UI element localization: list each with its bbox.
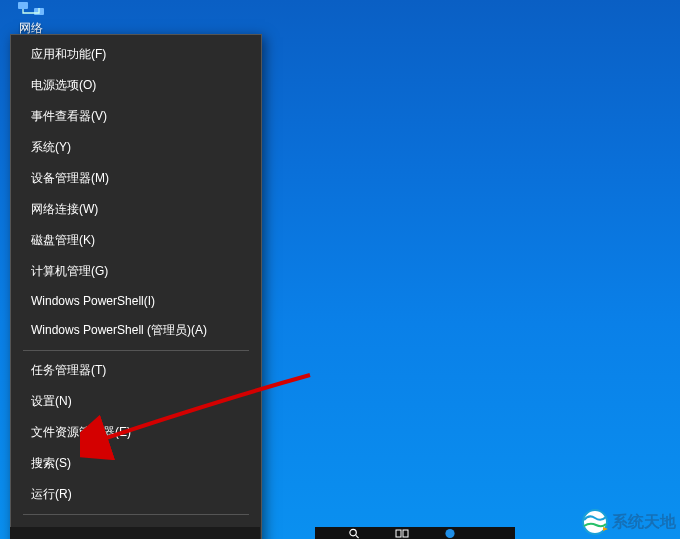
svg-line-4 — [356, 535, 359, 538]
menu-item-label: 事件查看器(V) — [31, 109, 107, 123]
taskbar-search-icon[interactable] — [345, 528, 363, 539]
menu-item-label: 搜索(S) — [31, 456, 71, 470]
menu-item-label: 设备管理器(M) — [31, 171, 109, 185]
menu-item-power-options[interactable]: 电源选项(O) — [11, 70, 261, 101]
menu-separator — [23, 350, 249, 351]
menu-item-label: 设置(N) — [31, 394, 72, 408]
menu-item-device-manager[interactable]: 设备管理器(M) — [11, 163, 261, 194]
menu-item-label: 计算机管理(G) — [31, 264, 108, 278]
menu-item-powershell[interactable]: Windows PowerShell(I) — [11, 287, 261, 315]
menu-item-run[interactable]: 运行(R) — [11, 479, 261, 510]
menu-item-label: 应用和功能(F) — [31, 47, 106, 61]
taskbar-edge-icon[interactable] — [441, 528, 459, 539]
menu-item-computer-management[interactable]: 计算机管理(G) — [11, 256, 261, 287]
globe-icon — [582, 509, 608, 535]
taskbar-overlapped-text — [10, 527, 260, 539]
menu-item-label: 网络连接(W) — [31, 202, 98, 216]
svg-rect-5 — [396, 530, 401, 537]
svg-point-7 — [445, 529, 454, 538]
menu-item-event-viewer[interactable]: 事件查看器(V) — [11, 101, 261, 132]
menu-item-label: 系统(Y) — [31, 140, 71, 154]
menu-item-label: 文件资源管理器(E) — [31, 425, 131, 439]
menu-item-disk-management[interactable]: 磁盘管理(K) — [11, 225, 261, 256]
svg-rect-6 — [403, 530, 408, 537]
menu-item-powershell-admin[interactable]: Windows PowerShell (管理员)(A) — [11, 315, 261, 346]
menu-item-label: Windows PowerShell(I) — [31, 294, 155, 308]
watermark-badge: 系统天地 — [582, 509, 676, 535]
menu-item-label: 磁盘管理(K) — [31, 233, 95, 247]
taskbar[interactable] — [315, 527, 515, 539]
svg-point-3 — [350, 529, 356, 535]
network-icon — [16, 0, 46, 18]
menu-item-label: 运行(R) — [31, 487, 72, 501]
menu-item-file-explorer[interactable]: 文件资源管理器(E) — [11, 417, 261, 448]
svg-rect-0 — [18, 2, 28, 9]
menu-item-system[interactable]: 系统(Y) — [11, 132, 261, 163]
menu-item-settings[interactable]: 设置(N) — [11, 386, 261, 417]
menu-item-task-manager[interactable]: 任务管理器(T) — [11, 355, 261, 386]
winx-menu: 应用和功能(F) 电源选项(O) 事件查看器(V) 系统(Y) 设备管理器(M)… — [10, 34, 262, 539]
menu-item-label: 电源选项(O) — [31, 78, 96, 92]
watermark-text: 系统天地 — [612, 512, 676, 533]
menu-item-label: Windows PowerShell (管理员)(A) — [31, 323, 207, 337]
menu-separator — [23, 514, 249, 515]
taskbar-taskview-icon[interactable] — [393, 528, 411, 539]
menu-item-label: 任务管理器(T) — [31, 363, 106, 377]
menu-item-apps-features[interactable]: 应用和功能(F) — [11, 39, 261, 70]
menu-item-search[interactable]: 搜索(S) — [11, 448, 261, 479]
desktop-network-icon[interactable]: 网络 — [6, 0, 56, 37]
menu-item-network-connections[interactable]: 网络连接(W) — [11, 194, 261, 225]
